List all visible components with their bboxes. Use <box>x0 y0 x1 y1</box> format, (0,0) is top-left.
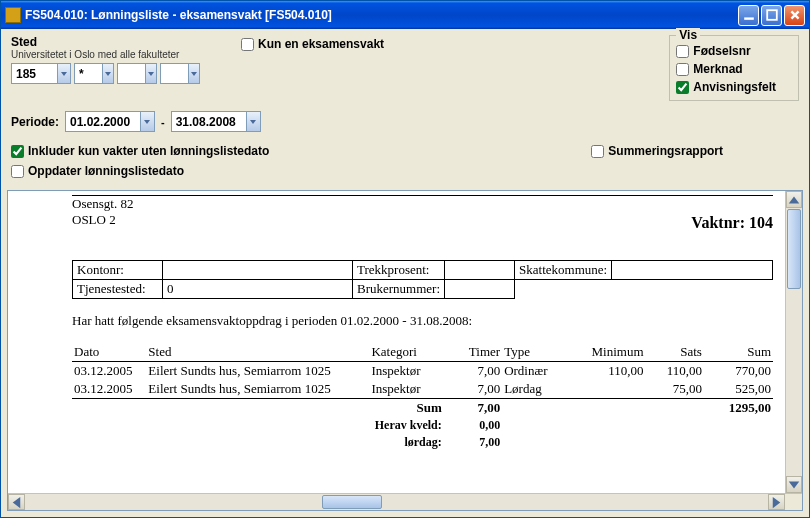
data-table: Dato Sted Kategori Timer Type Minimum Sa… <box>72 343 773 451</box>
vis-fodselsnr-row[interactable]: Fødselsnr <box>676 44 776 58</box>
inkluder-checkbox[interactable] <box>11 145 24 158</box>
chevron-down-icon[interactable] <box>188 64 199 83</box>
sum-row: Sum 7,00 1295,00 <box>72 399 773 418</box>
address-line-1: Osensgt. 82 <box>72 196 133 212</box>
app-window: FS504.010: Lønningsliste - eksamensvakt … <box>0 0 810 518</box>
vaktnr-value: 104 <box>749 214 773 231</box>
address-line-2: OSLO 2 <box>72 212 133 228</box>
oppdater-checkbox[interactable] <box>11 165 24 178</box>
lordag-label: lørdag: <box>369 434 443 451</box>
cell-dato: 03.12.2005 <box>72 380 146 399</box>
sted-input-4[interactable] <box>161 67 188 81</box>
cell-type: Ordinær <box>502 362 571 381</box>
chevron-down-icon[interactable] <box>145 64 156 83</box>
brukernummer-value <box>445 280 515 299</box>
trekkprosent-value <box>445 261 515 280</box>
periode-to-input[interactable] <box>172 115 246 129</box>
chevron-down-icon[interactable] <box>102 64 113 83</box>
report-body: Osensgt. 82 OSLO 2 Vaktnr: 104 Kontonr: … <box>8 191 785 493</box>
periode-label: Periode: <box>11 115 59 129</box>
skattekommune-value <box>612 261 773 280</box>
sted-input-3[interactable] <box>118 67 145 81</box>
periode-from-combo[interactable] <box>65 111 155 132</box>
kontonr-value <box>163 261 353 280</box>
skattekommune-label: Skattekommune: <box>515 261 612 280</box>
table-row: 03.12.2005 Eilert Sundts hus, Semiarrom … <box>72 380 773 399</box>
scroll-right-button[interactable] <box>768 494 785 510</box>
vertical-scrollbar[interactable] <box>785 191 802 493</box>
cell-sats: 110,00 <box>646 362 704 381</box>
vis-merknad-row[interactable]: Merknad <box>676 62 776 76</box>
summering-row[interactable]: Summeringsrapport <box>591 144 723 158</box>
empty-cell <box>515 280 773 299</box>
scroll-down-button[interactable] <box>786 476 802 493</box>
inkluder-label: Inkluder kun vakter uten lønningslisteda… <box>28 144 269 158</box>
vis-merknad-checkbox[interactable] <box>676 63 689 76</box>
lordag-value: 7,00 <box>444 434 502 451</box>
scroll-track[interactable] <box>786 290 802 476</box>
vis-anvisningsfelt-checkbox[interactable] <box>676 81 689 94</box>
table-row: 03.12.2005 Eilert Sundts hus, Semiarrom … <box>72 362 773 381</box>
sted-label: Sted <box>11 35 221 49</box>
scroll-thumb-h[interactable] <box>322 495 382 509</box>
oppdater-label: Oppdater lønningslistedato <box>28 164 184 178</box>
maximize-button[interactable] <box>761 5 782 26</box>
scroll-track-h[interactable] <box>25 494 768 510</box>
chevron-down-icon[interactable] <box>140 112 154 131</box>
cell-minimum <box>571 380 645 399</box>
trekkprosent-label: Trekkprosent: <box>353 261 445 280</box>
scroll-thumb[interactable] <box>787 209 801 289</box>
sted-input-2[interactable] <box>75 67 102 81</box>
inkluder-row[interactable]: Inkluder kun vakter uten lønningslisteda… <box>11 144 269 158</box>
vis-fodselsnr-checkbox[interactable] <box>676 45 689 58</box>
summering-label: Summeringsrapport <box>608 144 723 158</box>
app-icon <box>5 7 21 23</box>
scroll-corner <box>785 494 802 510</box>
periode-from-input[interactable] <box>66 115 140 129</box>
vis-fodselsnr-label: Fødselsnr <box>693 44 750 58</box>
sted-combo-2[interactable] <box>74 63 114 84</box>
lordag-row: lørdag: 7,00 <box>72 434 773 451</box>
close-button[interactable] <box>784 5 805 26</box>
sted-input-1[interactable] <box>12 67 57 81</box>
scroll-left-button[interactable] <box>8 494 25 510</box>
horizontal-scrollbar[interactable] <box>8 493 802 510</box>
herav-kveld-row: Herav kveld: 0,00 <box>72 417 773 434</box>
cell-timer: 7,00 <box>444 362 502 381</box>
kun-en-checkbox-row[interactable]: Kun en eksamensvakt <box>241 37 384 51</box>
period-text: Har hatt følgende eksamensvaktoppdrag i … <box>72 313 773 329</box>
cell-timer: 7,00 <box>444 380 502 399</box>
th-sats: Sats <box>646 343 704 362</box>
window-buttons <box>738 5 805 26</box>
scroll-up-button[interactable] <box>786 191 802 208</box>
chevron-down-icon[interactable] <box>246 112 260 131</box>
herav-kveld-value: 0,00 <box>444 417 502 434</box>
vaktnr: Vaktnr: 104 <box>691 196 773 232</box>
kun-en-label: Kun en eksamensvakt <box>258 37 384 51</box>
vis-anvisningsfelt-row[interactable]: Anvisningsfelt <box>676 80 776 94</box>
cell-kategori: Inspektør <box>369 380 443 399</box>
sted-combo-4[interactable] <box>160 63 200 84</box>
cell-dato: 03.12.2005 <box>72 362 146 381</box>
titlebar: FS504.010: Lønningsliste - eksamensvakt … <box>1 1 809 29</box>
sum-total: 1295,00 <box>704 399 773 418</box>
cell-sum: 525,00 <box>704 380 773 399</box>
cell-sted: Eilert Sundts hus, Semiarrom 1025 <box>146 380 369 399</box>
table-header-row: Dato Sted Kategori Timer Type Minimum Sa… <box>72 343 773 362</box>
chevron-down-icon[interactable] <box>57 64 70 83</box>
kun-en-checkbox[interactable] <box>241 38 254 51</box>
sted-combo-3[interactable] <box>117 63 157 84</box>
sum-label: Sum <box>369 399 443 418</box>
th-kategori: Kategori <box>369 343 443 362</box>
minimize-button[interactable] <box>738 5 759 26</box>
oppdater-row[interactable]: Oppdater lønningslistedato <box>11 164 799 178</box>
summering-checkbox[interactable] <box>591 145 604 158</box>
cell-minimum: 110,00 <box>571 362 645 381</box>
report-pane: Osensgt. 82 OSLO 2 Vaktnr: 104 Kontonr: … <box>7 190 803 511</box>
brukernummer-label: Brukernummer: <box>353 280 445 299</box>
tjenestested-value: 0 <box>163 280 353 299</box>
periode-to-combo[interactable] <box>171 111 261 132</box>
th-sum: Sum <box>704 343 773 362</box>
sted-combo-1[interactable] <box>11 63 71 84</box>
info-table: Kontonr: Trekkprosent: Skattekommune: Tj… <box>72 260 773 299</box>
